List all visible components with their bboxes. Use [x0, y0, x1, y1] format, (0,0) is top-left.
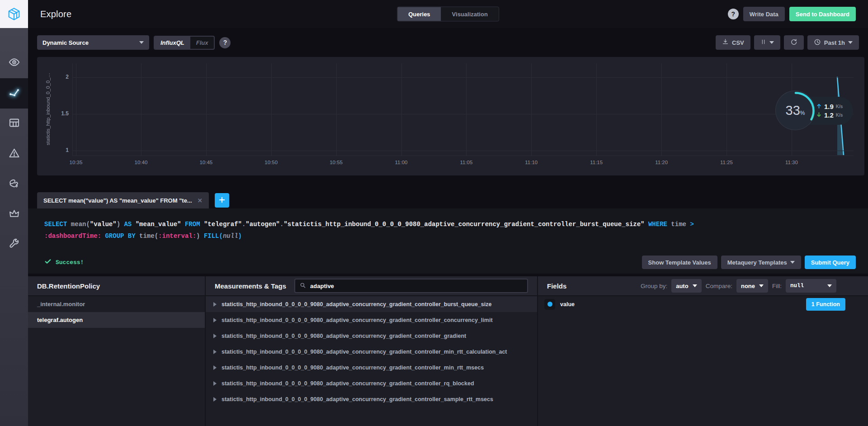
submit-query-button[interactable]: Submit Query [805, 256, 856, 269]
measurement-row[interactable]: statictis_http_inbound_0_0_0_0_9080_adap… [206, 391, 537, 407]
compare-value: none [741, 283, 755, 289]
refresh-button[interactable] [784, 35, 804, 50]
send-to-dashboard-button[interactable]: Send to Dashboard [789, 7, 856, 21]
pause-icon [760, 39, 766, 46]
x-axis-tick: 11:00 [395, 160, 408, 165]
horizontal-gridline [72, 114, 854, 114]
measurement-list: statictis_http_inbound_0_0_0_0_9080_adap… [206, 296, 537, 407]
upload-speed-value: 1.9 [824, 103, 834, 110]
group-by-label: Group by: [641, 283, 667, 289]
check-icon [44, 258, 52, 267]
caret-right-icon [213, 334, 217, 338]
chevron-down-icon [139, 41, 144, 44]
influxql-toggle[interactable]: InfluxQL [155, 37, 190, 49]
tab-visualization[interactable]: Visualization [441, 7, 499, 21]
caret-right-icon [213, 350, 217, 354]
fields-header-label: Fields [547, 282, 566, 290]
download-icon [722, 38, 729, 47]
language-help-icon[interactable]: ? [219, 37, 231, 48]
database-column-header: DB.RetentionPolicy [28, 276, 205, 296]
chevron-down-icon [693, 284, 697, 287]
add-query-button[interactable] [215, 193, 229, 208]
sidebar-item-admin[interactable] [0, 199, 28, 230]
sidebar-item-configuration[interactable] [0, 230, 28, 260]
caret-right-icon [213, 381, 217, 386]
page-header: Explore Queries Visualization ? Write Da… [28, 0, 868, 28]
source-dropdown[interactable]: Dynamic Source [37, 35, 149, 50]
query-success-message: Success! [44, 258, 84, 267]
csv-label: CSV [732, 39, 744, 46]
speed-gauge[interactable]: 33 % [775, 90, 815, 130]
query-tab-row: SELECT mean("value") AS "mean_value" FRO… [37, 192, 229, 208]
pause-autorefresh-button[interactable] [754, 35, 780, 50]
time-range-dropdown[interactable]: Past 1h [807, 35, 859, 50]
y-axis-tick: 1 [50, 147, 69, 153]
measurement-row[interactable]: statictis_http_inbound_0_0_0_0_9080_adap… [206, 312, 537, 328]
measurement-row[interactable]: statictis_http_inbound_0_0_0_0_9080_adap… [206, 375, 537, 391]
tab-queries[interactable]: Queries [397, 7, 441, 21]
sidebar-item-explore[interactable] [0, 78, 28, 109]
field-row: value 1 Function [538, 296, 868, 312]
queries-visualization-toggle: Queries Visualization [397, 7, 499, 22]
group-by-dropdown[interactable]: auto [671, 279, 701, 293]
graph-panel: statictis_http_inbound_0_0_0_… 21.51 10:… [37, 57, 864, 175]
measurements-column-header: Measurements & Tags [206, 276, 537, 296]
upload-speed-row: 1.9 K/s [816, 103, 853, 110]
measurement-row[interactable]: statictis_http_inbound_0_0_0_0_9080_adap… [206, 328, 537, 344]
caret-right-icon [213, 302, 217, 307]
write-data-button[interactable]: Write Data [743, 7, 785, 21]
clock-icon [814, 38, 821, 47]
refresh-icon [790, 38, 797, 47]
query-tab-title: SELECT mean("value") AS "mean_value" FRO… [43, 197, 192, 204]
x-axis-tick: 10:55 [330, 160, 343, 165]
crown-icon [8, 208, 20, 222]
schema-explorer: DB.RetentionPolicy _internal.monitortele… [28, 276, 868, 426]
caret-right-icon [213, 318, 217, 322]
dashboard-grid-icon [8, 117, 20, 131]
show-template-values-button[interactable]: Show Template Values [642, 256, 717, 269]
compare-dropdown[interactable]: none [736, 279, 768, 293]
chronograf-logo[interactable] [0, 0, 28, 28]
query-tab[interactable]: SELECT mean("value") AS "mean_value" FRO… [37, 192, 209, 208]
sidebar-item-host-list[interactable] [0, 48, 28, 78]
page-title: Explore [40, 9, 71, 19]
measurements-search-input[interactable] [310, 283, 523, 289]
x-axis-tick: 11:10 [525, 160, 538, 165]
sidebar-item-dashboards[interactable] [0, 109, 28, 139]
group-by-value: auto [676, 283, 688, 289]
fill-dropdown[interactable]: null [786, 279, 836, 293]
chevron-down-icon [848, 41, 853, 44]
metaquery-templates-dropdown[interactable]: Metaquery Templates [721, 256, 801, 269]
chart-plot-area[interactable] [72, 63, 854, 156]
database-item[interactable]: telegraf.autogen [28, 312, 205, 328]
sidebar-item-alerts[interactable] [0, 139, 28, 169]
x-axis-tick: 11:30 [785, 160, 798, 165]
database-item[interactable]: _internal.monitor [28, 296, 205, 312]
sidebar-item-influxdb-admin[interactable] [0, 169, 28, 199]
language-toggle: InfluxQL Flux [154, 36, 215, 50]
influxdb-admin-icon [8, 177, 20, 191]
eye-icon [8, 56, 20, 70]
close-icon[interactable]: ✕ [198, 197, 203, 204]
function-count-button[interactable]: 1 Function [806, 298, 845, 311]
flux-toggle[interactable]: Flux [190, 37, 214, 49]
measurement-row[interactable]: statictis_http_inbound_0_0_0_0_9080_adap… [206, 344, 537, 360]
help-icon[interactable]: ? [728, 9, 739, 19]
upload-speed-unit: K/s [836, 104, 843, 109]
download-csv-button[interactable]: CSV [716, 35, 750, 50]
download-speed-value: 1.2 [824, 112, 834, 118]
search-icon [300, 282, 306, 290]
measurement-name: statictis_http_inbound_0_0_0_0_9080_adap… [222, 396, 493, 402]
measurement-row[interactable]: statictis_http_inbound_0_0_0_0_9080_adap… [206, 360, 537, 375]
success-label: Success! [56, 259, 84, 266]
measurements-search [294, 279, 528, 293]
caret-right-icon [213, 397, 217, 402]
query-editor: SELECT mean("value") AS "mean_value" FRO… [28, 208, 868, 274]
chevron-down-icon [827, 284, 832, 287]
field-selected-indicator[interactable] [544, 299, 555, 310]
x-axis-line [72, 156, 854, 156]
measurement-row[interactable]: statictis_http_inbound_0_0_0_0_9080_adap… [206, 296, 537, 312]
query-text[interactable]: SELECT mean("value") AS "mean_value" FRO… [28, 208, 868, 242]
arrow-up-icon [816, 103, 822, 110]
horizontal-gridline [72, 151, 854, 151]
